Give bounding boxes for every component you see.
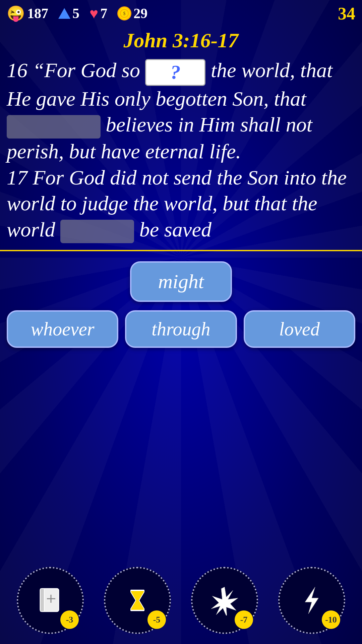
level-score: 34 — [338, 4, 355, 23]
emoji-score: 😜 187 — [7, 5, 48, 22]
coin-score: $ 29 — [117, 5, 147, 21]
powerup-burst-cost: -7 — [235, 610, 253, 629]
blank-word1: ? — [145, 59, 205, 86]
svg-text:$: $ — [123, 11, 126, 16]
heart-icon: ♥ — [89, 5, 98, 22]
svg-marker-9 — [305, 587, 318, 614]
powerup-hourglass[interactable]: -5 — [104, 567, 171, 634]
verse-line1: 16 “For God so — [7, 59, 140, 82]
blank-word2 — [7, 115, 101, 139]
burst-icon — [209, 585, 240, 615]
arrow-up-icon — [58, 8, 70, 19]
powerup-bible-cost: -3 — [60, 610, 79, 629]
status-bar: 😜 187 5 ♥ 7 $ 29 34 — [0, 0, 362, 27]
powerups-area: -3 -5 -7 -10 — [0, 567, 362, 634]
svg-marker-8 — [211, 587, 238, 615]
verse-title: John 3:16-17 — [0, 27, 362, 54]
answers-area: might whoever through loved — [0, 251, 362, 355]
hourglass-icon — [124, 587, 151, 614]
bible-icon — [35, 585, 65, 615]
heart-count: 7 — [100, 5, 107, 21]
answer-btn-might[interactable]: might — [130, 261, 232, 302]
powerup-burst[interactable]: -7 — [191, 567, 258, 634]
answer-row-top: might — [7, 261, 355, 302]
powerup-hourglass-cost: -5 — [147, 610, 166, 629]
question-mark: ? — [146, 60, 204, 85]
svg-rect-3 — [40, 589, 44, 611]
lightning-icon — [297, 585, 327, 615]
coin-count: 29 — [133, 5, 147, 21]
verse-container: 16 “For God so ? the world, that He gave… — [0, 54, 362, 251]
arrow-count: 5 — [72, 5, 79, 21]
arrow-score: 5 — [58, 5, 79, 21]
heart-score: ♥ 7 — [89, 5, 107, 22]
answer-btn-through[interactable]: through — [125, 310, 237, 348]
emoji-count: 187 — [27, 5, 48, 21]
status-left: 😜 187 5 ♥ 7 $ 29 — [7, 5, 147, 22]
answer-btn-whoever[interactable]: whoever — [7, 310, 118, 348]
answer-row-bottom: whoever through loved — [7, 310, 355, 348]
verse-text: 16 “For God so ? the world, that He gave… — [0, 54, 362, 250]
coin-icon: $ — [117, 6, 131, 20]
answer-btn-loved[interactable]: loved — [244, 310, 355, 348]
emoji-icon: 😜 — [7, 5, 25, 22]
blank-word3 — [60, 220, 134, 243]
verse-line5: be saved — [139, 218, 212, 241]
powerup-lightning[interactable]: -10 — [278, 567, 345, 634]
powerup-bible[interactable]: -3 — [17, 567, 84, 634]
powerup-lightning-cost: -10 — [322, 610, 340, 629]
